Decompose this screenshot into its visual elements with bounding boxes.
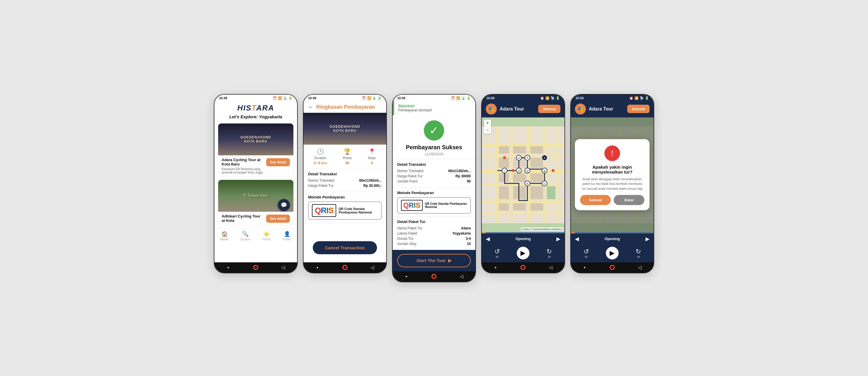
points-info: 🏆 Points 90	[343, 148, 352, 165]
svg-rect-26	[530, 203, 543, 211]
chat-bubble[interactable]: 💬	[278, 199, 290, 211]
qris-desc-3: QR Code Standar Pembayaran Nasional	[425, 202, 467, 209]
points-icon: ⭐	[263, 231, 270, 237]
stops-label: Stops	[368, 156, 376, 160]
zoom-in-button[interactable]: +	[484, 120, 491, 127]
success-subtitle: Pembayaran berhasil!	[398, 108, 471, 112]
android-square-btn-4[interactable]: ▪	[492, 264, 500, 271]
forward-control[interactable]: ↻ 15	[547, 248, 552, 258]
forward-control-5[interactable]: ↻ 15	[636, 248, 641, 258]
android-square-btn[interactable]: ▪	[224, 264, 232, 271]
nav-profile[interactable]: 👤 Profile	[283, 231, 291, 241]
screen3-metode-pembayaran: Metode Pembayaran QRIS QR Code Standar P…	[393, 187, 475, 216]
back-button[interactable]: ←	[308, 104, 313, 110]
screen2-cancel-section: Cancel Transaction	[304, 234, 386, 262]
duration-label: Duration	[314, 156, 327, 160]
nav-points[interactable]: ⭐ Points	[262, 231, 271, 241]
stops-value: 9	[371, 161, 373, 165]
screen1-header: HISTARA Let's Explore: Yogyakarta	[214, 101, 297, 123]
prev-track-button[interactable]: ◀	[486, 236, 490, 242]
android-circle-btn-5[interactable]: ⭕	[608, 264, 616, 271]
gate-text-s2: GOEDENAVONDKOTA BARU	[330, 125, 360, 133]
home-icon: 🏠	[221, 231, 228, 237]
screen5-status-bar: 10:50 ⏰ 📶 📡 🔋	[571, 95, 654, 101]
nav-explore-label: Explore	[241, 238, 250, 241]
tour-card-1-body: Adara Cycling Tour at Kota Baru Kawasan …	[218, 155, 293, 177]
svg-text:A: A	[544, 156, 546, 159]
android-square-btn-5[interactable]: ▪	[581, 264, 589, 271]
screen2-info-row: 🕐 Duration 3–4 hrs 🏆 Points 90 📍 Stops 9	[304, 145, 386, 169]
rewind-control[interactable]: ↺ 15	[494, 248, 500, 258]
screen3-detail-transaksi: Detail Transaksi Nomor Transaksi 66e1136…	[393, 159, 475, 187]
nav-profile-label: Profile	[283, 238, 291, 241]
screen3-phone: 10:50 ⏰ 📶 📡 🔋 Success Pembayaran berhasi…	[392, 94, 476, 282]
screen5-content: 🎭 Adara Tour Selesai	[571, 101, 654, 262]
android-back-btn-3[interactable]: ◁	[458, 274, 466, 279]
android-back-btn-4[interactable]: ◁	[547, 264, 555, 271]
svg-rect-21	[499, 186, 509, 199]
modal-overlay: ! Apakah yakin ingin menyelesaikan tur? …	[571, 118, 654, 232]
android-circle-btn-3[interactable]: ⭕	[430, 274, 438, 279]
play-button[interactable]: ▶	[517, 247, 529, 259]
android-square-btn-2[interactable]: ▪	[313, 264, 321, 271]
android-circle-btn-4[interactable]: ⭕	[519, 264, 527, 271]
payment-success-title: Pembayaran Sukses	[406, 144, 462, 151]
alarm-icon-4: ⏰	[540, 96, 544, 100]
tour-guide-avatar-5: 🎭	[575, 103, 586, 115]
next-track-button[interactable]: ▶	[556, 236, 560, 242]
tour-card-1-subtitle: Kawasan Elit Belanda yang autentik di te…	[222, 167, 264, 174]
success-checkmark: ✓	[424, 120, 444, 140]
screen4-header: 🎭 Adara Tour Selesai	[482, 101, 564, 118]
svg-rect-15	[499, 158, 509, 168]
svg-text:F: F	[527, 157, 528, 159]
play-button-5[interactable]: ▶	[606, 247, 619, 259]
screen3-detail-paket-tur: Detail Paket Tur Nama Paket Tur Adara Lo…	[393, 216, 475, 250]
selesai-button-5[interactable]: Selesai	[627, 105, 650, 113]
stops-info: 📍 Stops 9	[368, 148, 376, 165]
modal-confirm-button[interactable]: Selesai	[580, 195, 611, 205]
modal-text: Anda akan dianggap telah menyelesaikan p…	[580, 177, 644, 191]
qris-payment-box: QRIS QR Code Standar Pembayaran Nasional	[308, 201, 382, 220]
android-circle-btn-2[interactable]: ⭕	[341, 264, 349, 271]
selesai-button[interactable]: Selesai	[538, 105, 560, 113]
nav-home[interactable]: 🏠 Home	[220, 231, 228, 241]
android-back-btn-2[interactable]: ◁	[368, 264, 376, 271]
android-square-btn-3[interactable]: ▪	[402, 274, 410, 279]
nav-explore[interactable]: 🔍 Explore	[241, 231, 250, 241]
modal-cancel-button[interactable]: Batal	[614, 195, 644, 205]
wifi-icon-4: 📡	[551, 96, 555, 100]
see-detail-button-2[interactable]: See detail	[266, 215, 290, 223]
next-track-button-5[interactable]: ▶	[646, 236, 650, 242]
success-title: Success	[398, 103, 471, 108]
points-label: Points	[343, 156, 352, 160]
svg-rect-22	[513, 186, 526, 199]
tour-card-2-body: Adhikari Cycling Tour at Kota See detail	[218, 212, 293, 225]
audio-progress-fill-5	[571, 232, 575, 233]
cancel-transaction-button[interactable]: Cancel Transaction	[313, 241, 377, 254]
qris-logo: QRIS	[312, 204, 336, 217]
android-back-btn-5[interactable]: ◁	[636, 264, 644, 271]
confirmation-modal: ! Apakah yakin ingin menyelesaikan tur? …	[575, 139, 650, 211]
see-detail-button-1[interactable]: See detail	[266, 158, 290, 166]
screen2-status-icons: ⏰ 📶 📡 🔋	[362, 96, 382, 100]
prev-track-button-5[interactable]: ◀	[575, 236, 579, 242]
profile-icon: 👤	[284, 231, 290, 237]
screen5-time: 10:50	[576, 96, 584, 100]
rewind-control-5[interactable]: ↺ 15	[584, 248, 589, 258]
trophy-icon: 🏆	[344, 148, 351, 155]
android-circle-btn[interactable]: ⭕	[252, 264, 260, 271]
wifi-icon-5: 📡	[640, 96, 644, 100]
jumlah-stop-row: Jumlah Stop 10	[397, 242, 471, 246]
histara-logo: HISTARA	[219, 103, 292, 113]
start-tour-button[interactable]: Start The Tour ▶	[397, 254, 471, 267]
android-back-btn[interactable]: ◁	[279, 264, 287, 271]
explore-icon: 🔍	[242, 231, 249, 237]
zoom-out-button[interactable]: −	[484, 127, 491, 134]
metode-pembayaran-title: Metode Pembayaran	[308, 195, 382, 199]
screen3-status-bar: 10:50 ⏰ 📶 📡 🔋	[393, 95, 475, 101]
screen1-content: HISTARA Let's Explore: Yogyakarta GOEDEN…	[214, 101, 297, 262]
nomor-transaksi-label-3: Nomor Transaksi	[397, 169, 424, 173]
screen1-time: 10:49	[219, 96, 227, 100]
svg-text:H: H	[518, 157, 520, 159]
audio-controls: ↺ 15 ▶ ↻ 15	[482, 244, 564, 262]
